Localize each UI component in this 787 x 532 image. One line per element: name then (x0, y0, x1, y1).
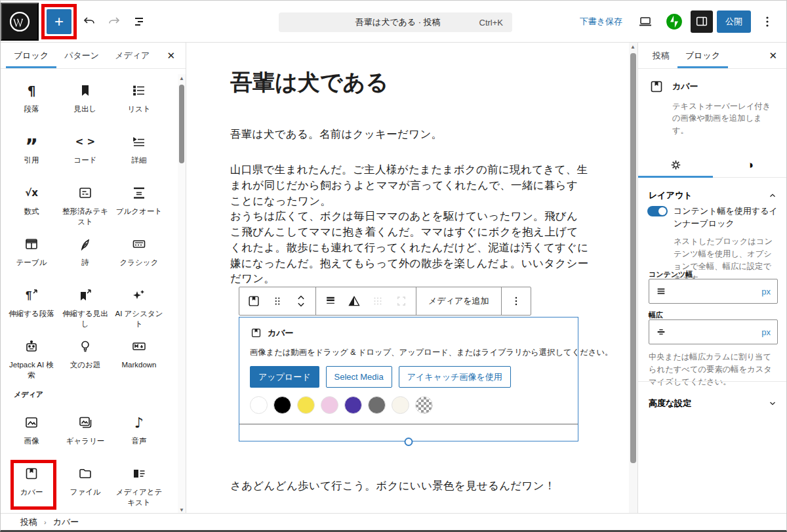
undo-button[interactable] (77, 9, 102, 34)
add-media-button[interactable]: メディアを追加 (419, 287, 498, 315)
editor-canvas: 吾輩は犬である 吾輩は犬である。名前はクッキーだワン。 山口県で生まれたんだ。ご… (187, 43, 629, 514)
block-type-grid: ¶ 段落 見出し リスト ” 引用 < > コード (5, 74, 170, 508)
redo-icon (106, 14, 122, 30)
cover-resize-handle[interactable] (405, 438, 413, 446)
block-item-list[interactable]: リスト (112, 74, 166, 125)
preformatted-icon (77, 184, 93, 201)
block-item-quote[interactable]: ” 引用 (5, 125, 58, 176)
tab-settings-gear[interactable] (638, 153, 713, 177)
svg-text:¶: ¶ (26, 289, 31, 302)
block-item-ai-assistant[interactable]: AI アシスタント (112, 279, 166, 330)
block-item-paragraph[interactable]: ¶ 段落 (5, 74, 58, 125)
block-item-preformatted[interactable]: 整形済みテキスト (58, 176, 112, 228)
block-item-pullquote[interactable]: プルクオート (112, 176, 166, 228)
tab-styles[interactable]: ◑ (713, 153, 787, 177)
block-item-markdown[interactable]: Markdown (112, 330, 166, 381)
swatch-black[interactable] (273, 396, 291, 414)
block-item-file[interactable]: ファイル (58, 457, 112, 508)
close-inserter-button[interactable]: ✕ (167, 43, 175, 68)
tab-patterns[interactable]: パターン (56, 43, 107, 68)
robot-icon (24, 338, 39, 355)
block-item-expandable-paragraph[interactable]: ¶ 伸縮する段落 (5, 279, 58, 330)
block-item-verse[interactable]: 詩 (58, 228, 112, 279)
paragraph-block-2[interactable]: 山口県で生まれたんだ。ご主人様がたまたまボクの前に現れてきて、生まれが同じだから… (230, 162, 589, 287)
cover-placeholder: カバー 画像または動画をドラッグ & ドロップ、アップロード、またはライブラリか… (239, 317, 578, 424)
drag-handle[interactable] (266, 289, 289, 313)
block-item-math[interactable]: √x 数式 (5, 176, 58, 228)
use-featured-image-button[interactable]: アイキャッチ画像を使用 (399, 366, 511, 388)
canvas-scrollbar[interactable]: ▲ (629, 43, 637, 514)
preview-button[interactable] (633, 9, 658, 34)
block-toolbar-group-4 (502, 287, 531, 315)
swatch-purple[interactable] (344, 396, 362, 414)
swatch-white[interactable] (250, 396, 268, 414)
command-palette[interactable]: 吾輩は犬である · 投稿 Ctrl+K (279, 12, 512, 32)
tab-block[interactable]: ブロック (677, 43, 728, 68)
block-item-writing-prompt[interactable]: 文のお題 (58, 330, 112, 381)
quote-icon: ” (25, 133, 38, 150)
block-item-gallery[interactable]: ギャラリー (58, 406, 112, 457)
block-item-details[interactable]: 詳細 (112, 125, 166, 176)
options-menu-button[interactable] (755, 9, 780, 34)
inserter-scrollbar[interactable]: ▲ ▼ (178, 74, 186, 514)
cover-block-selected[interactable]: カバー 画像または動画をドラッグ & ドロップ、アップロード、またはライブラリか… (239, 317, 578, 441)
block-inserter-toggle-button[interactable]: + (47, 9, 71, 34)
wide-width-icon (656, 327, 666, 337)
block-item-media-text[interactable]: メディアとテキスト (112, 457, 166, 508)
grid-position-button[interactable] (366, 289, 390, 313)
block-item-audio[interactable]: ♪ 音声 (112, 406, 166, 457)
block-options-button[interactable] (504, 289, 528, 313)
advanced-settings-header[interactable]: 高度な設定 (638, 381, 787, 413)
jetpack-button[interactable] (662, 9, 687, 34)
swatch-transparent[interactable] (415, 396, 433, 414)
block-item-classic[interactable]: クラシック (112, 228, 166, 279)
select-media-button[interactable]: Select Media (326, 366, 392, 388)
upload-button[interactable]: アップロード (250, 366, 319, 388)
post-title[interactable]: 吾輩は犬である (230, 68, 388, 98)
breadcrumb-post[interactable]: 投稿 (20, 516, 37, 528)
layout-section-header[interactable]: レイアウト (638, 186, 787, 205)
swatch-cream[interactable] (392, 396, 409, 414)
block-item-image[interactable]: 画像 (5, 406, 58, 457)
block-item-jetpack-ai-search[interactable]: Jetpack AI 検索 (5, 330, 58, 381)
swatch-yellow[interactable] (297, 396, 315, 414)
publish-button[interactable]: 公開 (717, 10, 751, 33)
settings-tabs: 投稿 ブロック ✕ (638, 43, 787, 69)
block-item-table[interactable]: テーブル (5, 228, 58, 279)
breadcrumb-separator-icon: › (44, 518, 47, 526)
paragraph-block-3[interactable]: さあどんどん歩いて行こう。ボクにいい景色を見せるんだワン！ (230, 478, 589, 494)
wide-width-field[interactable]: px (649, 319, 778, 344)
paragraph-block-1[interactable]: 吾輩は犬である。名前はクッキーだワン。 (230, 127, 589, 142)
swatch-pink[interactable] (321, 396, 338, 414)
full-height-button[interactable] (390, 289, 413, 313)
duotone-filter-button[interactable] (342, 289, 366, 313)
tab-post[interactable]: 投稿 (645, 43, 677, 68)
media-text-icon (131, 465, 147, 482)
swatch-gray[interactable] (368, 396, 386, 414)
settings-sidebar: 投稿 ブロック ✕ カバー テキストオーバーレイ付きの画像や動画を追加します。 (637, 43, 787, 514)
inserter-scrollbar-thumb[interactable] (179, 85, 184, 163)
paragraph-icon: ¶ (28, 82, 36, 99)
content-position-button[interactable] (319, 289, 342, 313)
redo-button[interactable] (102, 9, 127, 34)
block-item-expandable-heading[interactable]: 伸縮する見出し (58, 279, 112, 330)
content-width-toggle[interactable] (647, 206, 668, 216)
close-settings-button[interactable]: ✕ (769, 43, 777, 68)
cover-block-type-button[interactable] (242, 289, 266, 313)
desktop-preview-icon (637, 14, 653, 30)
block-item-cover[interactable]: カバー (5, 457, 58, 508)
block-item-code[interactable]: < > コード (58, 125, 112, 176)
content-width-field[interactable]: px (649, 279, 778, 304)
wordpress-logo-button[interactable] (1, 3, 39, 41)
breadcrumb-cover[interactable]: カバー (53, 516, 79, 528)
canvas-scrollbar-thumb[interactable] (630, 53, 636, 463)
list-view-button[interactable] (127, 9, 151, 34)
block-item-heading[interactable]: 見出し (58, 74, 112, 125)
tab-media[interactable]: メディア (107, 43, 157, 68)
settings-sidebar-toggle-button[interactable] (691, 10, 713, 33)
block-mover-buttons[interactable] (289, 289, 313, 313)
block-toolbar-group-3: メディアを追加 (416, 287, 502, 315)
save-draft-button[interactable]: 下書き保存 (573, 16, 629, 28)
tab-blocks[interactable]: ブロック (6, 43, 56, 68)
cover-placeholder-title: カバー (268, 327, 294, 339)
